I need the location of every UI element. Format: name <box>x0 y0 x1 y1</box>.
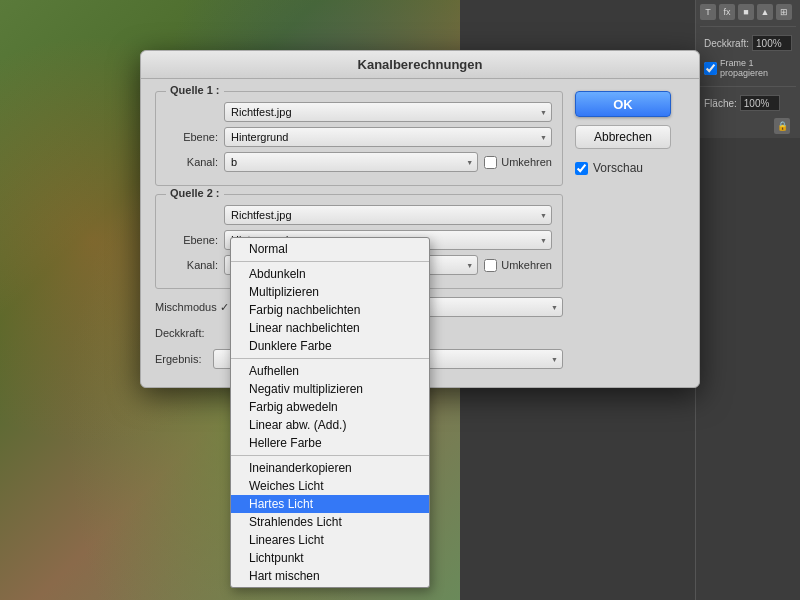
ergebnis-label: Ergebnis: <box>155 353 207 365</box>
panel-icon-1[interactable]: T <box>700 4 716 20</box>
dropdown-item-linear-nachbelichten[interactable]: Linear nachbelichten <box>231 319 429 337</box>
panel-icon-3[interactable]: ■ <box>738 4 754 20</box>
quelle1-file-select[interactable]: Richtfest.jpg <box>224 102 552 122</box>
quelle1-kanal-select[interactable]: b <box>224 152 478 172</box>
blend-mode-dropdown: NormalAbdunkelnMultiplizierenFarbig nach… <box>230 237 430 588</box>
dropdown-item-strahlendes-licht[interactable]: Strahlendes Licht <box>231 513 429 531</box>
deckkraft-label: Deckkraft: <box>704 38 749 49</box>
frame-propagate-label: Frame 1 propagieren <box>720 58 792 78</box>
frame-propagate-checkbox[interactable] <box>704 62 717 75</box>
dropdown-item-negativ-multiplizieren[interactable]: Negativ multiplizieren <box>231 380 429 398</box>
quelle2-kanal-label: Kanal: <box>166 259 218 271</box>
quelle1-umkehren-label[interactable]: Umkehren <box>484 156 552 169</box>
dropdown-item-dunklere-farbe[interactable]: Dunklere Farbe <box>231 337 429 355</box>
panel-icon-4[interactable]: ▲ <box>757 4 773 20</box>
dropdown-item-linear-abw.-(add.)[interactable]: Linear abw. (Add.) <box>231 416 429 434</box>
dropdown-item-hellere-farbe[interactable]: Hellere Farbe <box>231 434 429 452</box>
dropdown-item-aufhellen[interactable]: Aufhellen <box>231 362 429 380</box>
flaeche-input[interactable] <box>740 95 780 111</box>
quelle2-ebene-label: Ebene: <box>166 234 218 246</box>
flaeche-label: Fläche: <box>704 98 737 109</box>
quelle2-legend: Quelle 2 : <box>166 187 224 199</box>
right-panel: T fx ■ ▲ ⊞ Deckkraft: Frame 1 propagiere… <box>695 0 800 600</box>
quelle2-umkehren-label[interactable]: Umkehren <box>484 259 552 272</box>
dropdown-item-lineares-licht[interactable]: Lineares Licht <box>231 531 429 549</box>
dropdown-item-multiplizieren[interactable]: Multiplizieren <box>231 283 429 301</box>
quelle1-ebene-select[interactable]: Hintergrund <box>224 127 552 147</box>
panel-icon-5[interactable]: ⊞ <box>776 4 792 20</box>
dropdown-item-lichtpunkt[interactable]: Lichtpunkt <box>231 549 429 567</box>
panel-icon-2[interactable]: fx <box>719 4 735 20</box>
quelle2-file-select[interactable]: Richtfest.jpg <box>224 205 552 225</box>
dropdown-item-hart-mischen[interactable]: Hart mischen <box>231 567 429 585</box>
lock-icon[interactable]: 🔒 <box>774 118 790 134</box>
dropdown-item-farbig-nachbelichten[interactable]: Farbig nachbelichten <box>231 301 429 319</box>
dropdown-item-ineinanderkopieren[interactable]: Ineinanderkopieren <box>231 459 429 477</box>
dropdown-separator-1 <box>231 261 429 262</box>
dropdown-item-farbig-abwedeln[interactable]: Farbig abwedeln <box>231 398 429 416</box>
vorschau-checkbox[interactable] <box>575 162 588 175</box>
deckkraft-input[interactable] <box>752 35 792 51</box>
ok-button[interactable]: OK <box>575 91 671 117</box>
quelle1-umkehren-checkbox[interactable] <box>484 156 497 169</box>
cancel-button[interactable]: Abbrechen <box>575 125 671 149</box>
quelle1-legend: Quelle 1 : <box>166 84 224 96</box>
dialog-title: Kanalberechnungen <box>141 51 699 79</box>
vorschau-label[interactable]: Vorschau <box>575 161 685 175</box>
quelle1-kanal-label: Kanal: <box>166 156 218 168</box>
dropdown-item-normal[interactable]: Normal <box>231 240 429 258</box>
quelle2-umkehren-checkbox[interactable] <box>484 259 497 272</box>
dropdown-item-abdunkeln[interactable]: Abdunkeln <box>231 265 429 283</box>
dropdown-separator-13 <box>231 455 429 456</box>
quelle1-ebene-label: Ebene: <box>166 131 218 143</box>
dropdown-item-hartes-licht[interactable]: Hartes Licht <box>231 495 429 513</box>
dropdown-item-weiches-licht[interactable]: Weiches Licht <box>231 477 429 495</box>
dropdown-separator-7 <box>231 358 429 359</box>
